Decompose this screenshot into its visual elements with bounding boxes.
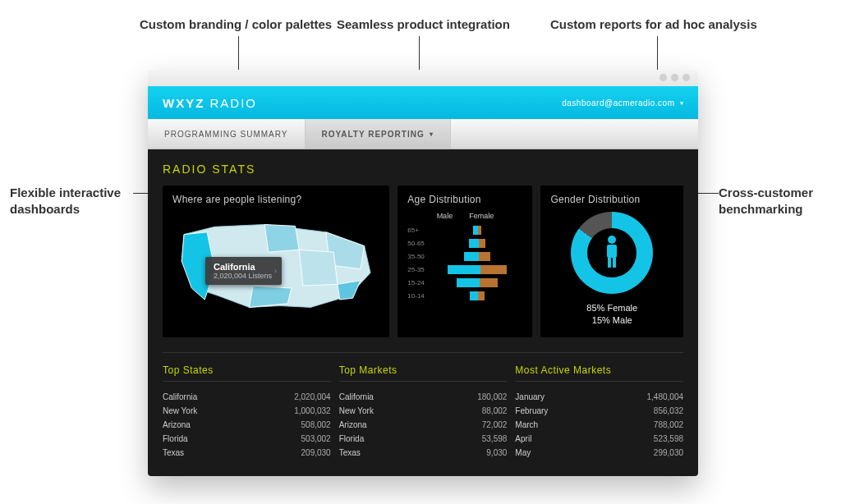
callout-reports: Custom reports for ad hoc analysis (550, 16, 757, 33)
gender-donut (571, 212, 653, 294)
table-row[interactable]: California180,002 (339, 390, 508, 404)
table-row[interactable]: Florida53,598 (339, 432, 508, 446)
table-row[interactable]: Arizona72,002 (339, 418, 508, 432)
brand-logo: WXYZ RADIO (163, 96, 257, 110)
table-row[interactable]: New York1,000,032 (163, 404, 331, 418)
table-row[interactable]: April523,598 (515, 432, 683, 446)
window-control-dot[interactable] (682, 74, 690, 81)
table-top-markets: Top Markets California180,002 New York88… (339, 364, 508, 460)
table-row[interactable]: March788,002 (515, 418, 683, 432)
user-menu[interactable]: dashboard@acmeradio.com ▾ (562, 99, 683, 108)
table-most-active: Most Active Markets January1,480,004 Feb… (515, 364, 683, 460)
svg-rect-1 (607, 245, 617, 258)
table-row[interactable]: Arizona508,002 (163, 418, 331, 432)
chevron-down-icon: ▾ (680, 99, 684, 107)
panel-map[interactable]: Where are people listening? Cal (163, 186, 389, 337)
table-row[interactable]: Texas9,030 (339, 446, 508, 460)
top-bar: WXYZ RADIO dashboard@acmeradio.com ▾ (148, 86, 698, 119)
section-title: RADIO STATS (163, 163, 683, 176)
svg-rect-2 (608, 258, 611, 268)
table-row[interactable]: January1,480,004 (515, 390, 683, 404)
nav-tabs: PROGRAMMING SUMMARY ROYALTY REPORTING ▾ (148, 119, 698, 149)
table-row[interactable]: Florida503,002 (163, 432, 331, 446)
panel-age[interactable]: Age Distribution MaleFemale 65+ 50-65 35… (398, 186, 532, 337)
window-chrome (148, 70, 698, 86)
panel-age-title: Age Distribution (407, 194, 522, 205)
table-row[interactable]: New York88,002 (339, 404, 508, 418)
age-legend: MaleFemale (407, 212, 522, 220)
callout-branding: Custom branding / color palettes (140, 16, 332, 33)
table-top-states: Top States California2,020,004 New York1… (163, 364, 331, 460)
callout-benchmarking: Cross-customer benchmarking (719, 185, 834, 217)
tab-royalty-reporting[interactable]: ROYALTY REPORTING ▾ (306, 119, 451, 149)
dashboard-body: RADIO STATS Where are people listening? (148, 149, 698, 476)
window-control-dot[interactable] (671, 74, 678, 81)
us-map[interactable]: California 2,020,004 Listens › (172, 212, 379, 318)
table-row[interactable]: California2,020,004 (163, 390, 331, 404)
app-window: WXYZ RADIO dashboard@acmeradio.com ▾ PRO… (148, 70, 698, 476)
map-tooltip[interactable]: California 2,020,004 Listens › (205, 257, 282, 285)
chevron-right-icon: › (274, 267, 277, 275)
panel-gender[interactable]: Gender Distribution 85% Female 15% Male (540, 186, 683, 337)
bottom-tables: Top States California2,020,004 New York1… (163, 352, 683, 460)
svg-point-0 (608, 236, 616, 244)
panel-map-title: Where are people listening? (172, 194, 379, 205)
window-control-dot[interactable] (659, 74, 667, 81)
callout-dashboards: Flexible interactive dashboards (10, 185, 133, 217)
table-row[interactable]: February856,032 (515, 404, 683, 418)
table-row[interactable]: May299,030 (515, 446, 683, 460)
table-title: Top Markets (339, 364, 508, 382)
age-pyramid: 65+ 50-65 35-50 25-35 15-24 10-14 (407, 223, 522, 302)
table-row[interactable]: Texas209,030 (163, 446, 331, 460)
chevron-down-icon: ▾ (430, 131, 434, 138)
callout-integration: Seamless product integration (337, 16, 510, 33)
tab-programming-summary[interactable]: PROGRAMMING SUMMARY (148, 119, 306, 149)
panel-gender-title: Gender Distribution (550, 194, 673, 205)
table-title: Most Active Markets (515, 364, 683, 382)
table-title: Top States (163, 364, 331, 382)
gender-summary: 85% Female 15% Male (586, 302, 637, 328)
person-icon (603, 235, 621, 271)
svg-rect-3 (613, 258, 616, 268)
